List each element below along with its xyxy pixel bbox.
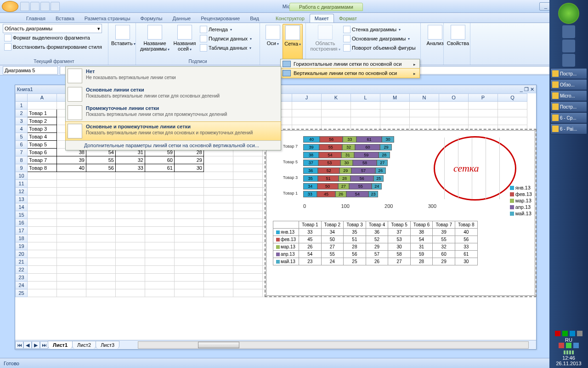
data-table-button[interactable]: Таблица данных (198, 43, 253, 52)
taskbar-app[interactable]: Micro... (550, 90, 587, 101)
row-header[interactable]: 16 (16, 219, 28, 227)
tray-icon[interactable] (573, 343, 579, 348)
tab-formulas[interactable]: Формулы (136, 14, 168, 23)
row-header[interactable]: 13 (16, 196, 28, 203)
col-header[interactable]: M (380, 94, 410, 102)
axis-titles-button[interactable]: Названия осей (171, 24, 198, 64)
row-header[interactable]: 7 (16, 149, 28, 156)
row-header[interactable]: 3 (16, 117, 28, 125)
row-header[interactable]: 8 (16, 156, 28, 164)
axes-button[interactable]: Оси (263, 24, 283, 64)
taskbar-app[interactable]: Обзо... (550, 79, 587, 90)
taskbar-app[interactable]: Постр... (550, 68, 587, 79)
chart-title-button[interactable]: Название диаграммы (139, 24, 171, 64)
vertical-gridlines-item[interactable]: Вертикальные линии сетки по основной оси (280, 68, 420, 78)
gridlines-both-option[interactable]: Основные и промежуточные линии сеткиПока… (65, 121, 281, 141)
row-header[interactable]: 24 (16, 282, 28, 289)
tab-home[interactable]: Главная (21, 14, 51, 23)
tray-icon[interactable] (570, 331, 575, 336)
insert-button[interactable]: Вставить (111, 24, 134, 46)
row-header[interactable]: 4 (16, 125, 28, 133)
row-header[interactable]: 5 (16, 133, 28, 141)
start-button[interactable] (558, 3, 579, 24)
gridlines-major-option[interactable]: Основные линии сеткиПоказывать вертикаль… (66, 85, 281, 104)
sheet-nav-prev[interactable]: ◀ (23, 341, 32, 349)
chart-element-selector[interactable]: Область диаграммы▾ (3, 24, 102, 33)
tab-view[interactable]: Вид (245, 14, 264, 23)
office-button[interactable] (2, 1, 18, 12)
tab-data[interactable]: Данные (167, 14, 196, 23)
gridlines-button[interactable]: Сетка (283, 24, 303, 64)
format-selection-button[interactable]: Формат выделенного фрагмента (3, 33, 105, 42)
chart-object[interactable]: Товар 1Товар 3Товар 5Товар 7 40563361303… (266, 130, 535, 296)
tab-review[interactable]: Рецензирование (196, 14, 245, 23)
chart-floor-button[interactable]: Основание диаграммы (342, 34, 417, 43)
taskbar-app[interactable]: 6 - Pai... (550, 123, 587, 134)
tab-page-layout[interactable]: Разметка страницы (79, 14, 136, 23)
tab-format[interactable]: Формат (334, 14, 362, 23)
taskbar-app[interactable]: Постр... (550, 101, 587, 112)
tray-icon[interactable] (555, 331, 560, 336)
row-header[interactable]: 11 (16, 180, 28, 188)
tray-icon[interactable] (577, 331, 582, 336)
wb-min[interactable]: _ (520, 86, 523, 92)
qat-more-icon[interactable] (51, 2, 60, 11)
col-header[interactable]: Q (498, 94, 527, 102)
row-header[interactable]: 23 (16, 274, 28, 282)
quicklaunch-icon[interactable] (562, 40, 575, 52)
col-header[interactable]: J (292, 94, 322, 102)
row-header[interactable]: 21 (16, 258, 28, 266)
col-header[interactable]: L (351, 94, 380, 102)
row-header[interactable]: 2 (16, 109, 28, 117)
row-header[interactable]: 19 (16, 242, 28, 250)
row-header[interactable]: 18 (16, 235, 28, 242)
clock-time[interactable]: 12:46 (555, 355, 582, 361)
row-header[interactable]: 20 (16, 250, 28, 258)
row-header[interactable]: 15 (16, 211, 28, 219)
horizontal-scrollbar[interactable] (138, 341, 529, 349)
taskbar-app[interactable]: 6 - Ср... (550, 112, 587, 123)
row-header[interactable]: 6 (16, 141, 28, 149)
qat-save-icon[interactable] (20, 2, 29, 11)
sheet-nav-next[interactable]: ▶ (32, 341, 40, 349)
quicklaunch-icon[interactable] (562, 25, 575, 38)
legend-button[interactable]: Легенда (198, 25, 253, 34)
col-header[interactable]: O (439, 94, 469, 102)
rotation-button[interactable]: Поворот объемной фигуры (342, 43, 417, 52)
row-header[interactable]: 10 (16, 172, 28, 180)
row-header[interactable]: 1 (16, 102, 28, 109)
qat-redo-icon[interactable] (40, 2, 50, 11)
tab-layout[interactable]: Макет (310, 14, 334, 23)
horizontal-gridlines-item[interactable]: Горизонтальные линии сетки по основной о… (281, 59, 419, 69)
gridlines-none-option[interactable]: НетНе показывать вертикальные линии сетк… (66, 67, 281, 85)
language-indicator[interactable]: RU (555, 337, 582, 343)
tray-icon[interactable] (566, 343, 571, 348)
quicklaunch-icon[interactable] (562, 54, 575, 67)
row-header[interactable]: 14 (16, 203, 28, 211)
wb-close[interactable]: ✕ (530, 86, 534, 92)
sheet-tab-3[interactable]: Лист3 (96, 341, 119, 349)
tray-icon[interactable] (562, 331, 568, 336)
col-header[interactable]: N (410, 94, 439, 102)
row-header[interactable]: 12 (16, 188, 28, 196)
col-header[interactable]: A (28, 94, 57, 102)
row-header[interactable]: 25 (16, 289, 28, 297)
row-header[interactable]: 17 (16, 227, 28, 235)
sheet-tab-2[interactable]: Лист2 (72, 341, 96, 349)
col-header[interactable]: K (322, 94, 351, 102)
sheet-nav-first[interactable]: ⏮ (15, 341, 23, 349)
tray-icon[interactable] (559, 343, 564, 348)
chart-wall-button[interactable]: Стенка диаграммы (342, 25, 417, 34)
sheet-nav-last[interactable]: ⏭ (40, 341, 48, 349)
qat-undo-icon[interactable] (30, 2, 40, 11)
tab-insert[interactable]: Вставка (51, 14, 79, 23)
analysis-button[interactable]: Анализ (424, 24, 447, 46)
wb-max[interactable]: ❐ (524, 86, 529, 92)
name-box[interactable]: Диаграмма 5 (3, 66, 58, 75)
reset-style-button[interactable]: Восстановить форматирование стиля (3, 42, 105, 52)
row-header[interactable]: 9 (16, 164, 28, 172)
more-gridline-options[interactable]: Дополнительные параметры линий сетки на … (66, 140, 281, 150)
tab-design[interactable]: Конструктор (271, 14, 310, 23)
data-labels-button[interactable]: Подписи данных (198, 34, 253, 43)
row-header[interactable]: 22 (16, 266, 28, 274)
